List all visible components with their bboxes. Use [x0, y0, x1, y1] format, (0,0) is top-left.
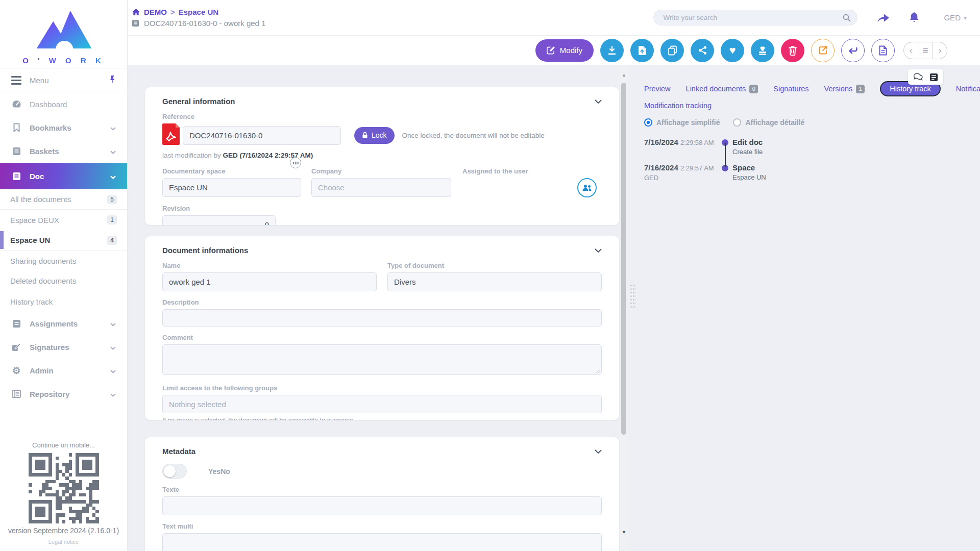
tab-versions[interactable]: Versions1	[824, 85, 865, 93]
sidebar-item-signatures[interactable]: Signatures	[0, 335, 127, 359]
tab-badge: 1	[856, 85, 865, 93]
count-badge: 4	[107, 236, 117, 245]
search-input[interactable]	[663, 14, 843, 21]
favorite-heart-button[interactable]: ♥	[721, 39, 744, 62]
history-action: Space	[732, 163, 766, 172]
resize-grip-icon[interactable]	[596, 365, 600, 374]
radio-selected-icon	[644, 118, 652, 127]
hamburger-icon[interactable]	[11, 76, 21, 85]
sidebar-item-deleted-documents[interactable]: Deleted documents	[0, 271, 127, 291]
sidebar-item-doc[interactable]: Doc	[0, 163, 127, 189]
content-area: General information Reference Lock	[128, 65, 980, 551]
tab-preview[interactable]: Preview	[644, 85, 671, 93]
comment-textarea[interactable]	[162, 344, 602, 375]
sidebar-item-label: Bookmarks	[30, 123, 71, 132]
sidebar-item-espace-deux[interactable]: Espace DEUX 1	[0, 210, 127, 230]
chevron-down-icon	[110, 366, 116, 375]
scroll-down-arrow[interactable]: ▼	[620, 529, 628, 536]
sidebar-item-label: Doc	[30, 172, 44, 181]
sidebar-item-bookmarks[interactable]: Bookmarks	[0, 116, 127, 139]
modify-button[interactable]: Modify	[535, 39, 594, 62]
revision-label: Revision	[162, 205, 602, 212]
sidebar-item-admin[interactable]: ⚙ Admin	[0, 359, 127, 382]
collapse-chevron-icon[interactable]	[595, 446, 602, 456]
tab-modification-tracking[interactable]: Modification tracking	[644, 102, 980, 110]
sidebar-item-espace-un[interactable]: Espace UN 4	[0, 230, 127, 251]
home-icon[interactable]	[132, 8, 140, 16]
upload-version-button[interactable]	[630, 39, 654, 62]
right-panel: Preview Linked documents0 Signatures Ver…	[638, 65, 980, 551]
account-menu[interactable]: GED ▾	[944, 13, 967, 22]
return-button[interactable]	[841, 39, 865, 62]
chevron-down-icon	[110, 319, 116, 328]
document-button[interactable]	[871, 39, 895, 62]
sidebar-item-history-track[interactable]: History track	[0, 291, 127, 312]
modify-label: Modify	[560, 46, 582, 55]
collapse-chevron-icon[interactable]	[595, 245, 602, 255]
pdf-file-icon	[162, 123, 180, 147]
name-input[interactable]	[162, 272, 377, 291]
yesno-toggle[interactable]	[162, 464, 187, 479]
sidebar-nav: Dashboard Bookmarks Baskets D	[0, 92, 127, 406]
sidebar-item-repository[interactable]: Repository	[0, 382, 127, 406]
pin-icon[interactable]	[109, 75, 116, 85]
sidebar-item-baskets[interactable]: Baskets	[0, 139, 127, 163]
document-list-button[interactable]: ≡	[918, 42, 933, 59]
reference-input[interactable]	[183, 126, 341, 145]
document-informations-card: Document informations Name Type of docum…	[145, 236, 619, 420]
stamp-button[interactable]	[751, 39, 774, 62]
documentary-space-label: Documentary space	[162, 167, 301, 175]
bell-icon[interactable]	[909, 12, 919, 23]
count-badge: 1	[107, 215, 117, 224]
documentary-space-input[interactable]	[162, 178, 301, 197]
sidebar-item-label: Deleted documents	[10, 277, 76, 285]
chat-bubbles-icon[interactable]	[913, 73, 924, 81]
lock-button[interactable]: Lock	[354, 127, 395, 144]
bookmark-icon	[11, 123, 21, 132]
tab-notification[interactable]: Notification	[956, 85, 980, 93]
qr-code	[29, 453, 99, 523]
next-document-button[interactable]: ›	[933, 42, 947, 59]
revision-input[interactable]	[162, 215, 276, 225]
history-detail: Create file	[732, 148, 763, 156]
legal-notice-link[interactable]: Legal notice	[0, 539, 127, 545]
document-view-icon[interactable]	[929, 73, 938, 82]
previous-document-button[interactable]: ‹	[903, 42, 918, 59]
breadcrumb-current[interactable]: Espace UN	[179, 8, 218, 16]
sidebar-item-dashboard[interactable]: Dashboard	[0, 92, 127, 116]
groups-select[interactable]	[162, 395, 602, 413]
display-mode-options: Affichage simplifié Affichage détaillé	[638, 118, 980, 127]
breadcrumb-root[interactable]: DEMO	[144, 8, 167, 16]
delete-button[interactable]	[781, 39, 804, 62]
vertical-scrollbar-thumb[interactable]	[621, 83, 626, 435]
type-of-document-input[interactable]	[387, 272, 602, 291]
collapse-chevron-icon[interactable]	[595, 96, 602, 106]
forward-share-icon[interactable]	[877, 13, 890, 23]
sidebar-item-assignments[interactable]: Assignments	[0, 312, 127, 335]
book-icon	[11, 319, 21, 328]
scroll-up-arrow[interactable]: ▲	[620, 71, 628, 79]
text-multi-textarea[interactable]	[162, 533, 602, 551]
tab-linked-documents[interactable]: Linked documents0	[686, 85, 758, 93]
app-window: O ' W O R K Menu Dashboard Bookmarks	[0, 0, 980, 551]
floating-tools	[908, 69, 943, 85]
copy-button[interactable]	[660, 39, 684, 62]
radio-affichage-detaille[interactable]: Affichage détaillé	[733, 118, 804, 127]
company-input[interactable]	[311, 178, 451, 197]
sidebar-item-all-documents[interactable]: All the documents 5	[0, 189, 127, 210]
eye-icon[interactable]	[290, 157, 301, 168]
open-external-button[interactable]	[811, 39, 835, 62]
lock-icon	[362, 132, 368, 139]
menu-label: Menu	[30, 76, 49, 85]
share-nodes-button[interactable]	[691, 39, 714, 62]
panel-resize-handle[interactable]	[630, 284, 636, 309]
search-icon[interactable]	[843, 14, 851, 22]
tab-signatures[interactable]: Signatures	[773, 85, 808, 93]
description-input[interactable]	[162, 309, 602, 327]
radio-affichage-simplifie[interactable]: Affichage simplifié	[644, 118, 720, 127]
mobile-block: Continue on mobile... version Septembre …	[0, 441, 127, 551]
assign-users-button[interactable]	[577, 178, 597, 197]
sidebar-item-sharing-documents[interactable]: Sharing documents	[0, 251, 127, 271]
download-button[interactable]	[600, 39, 624, 62]
texte-input[interactable]	[162, 496, 602, 515]
